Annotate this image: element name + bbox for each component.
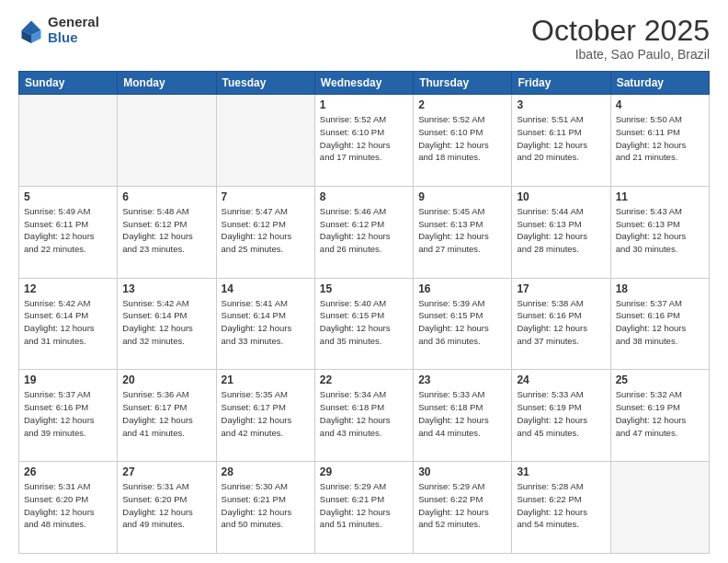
calendar-cell: 14Sunrise: 5:41 AM Sunset: 6:14 PM Dayli… [216, 278, 314, 370]
day-number: 18 [616, 282, 704, 295]
day-number: 7 [222, 190, 310, 203]
day-number: 8 [320, 190, 408, 203]
calendar-cell: 18Sunrise: 5:37 AM Sunset: 6:16 PM Dayli… [610, 278, 709, 370]
calendar-cell: 5Sunrise: 5:49 AM Sunset: 6:11 PM Daylig… [19, 186, 118, 278]
day-number: 4 [616, 98, 704, 111]
logo-general-text: General [48, 15, 99, 30]
day-number: 30 [418, 465, 506, 478]
calendar-cell: 25Sunrise: 5:32 AM Sunset: 6:19 PM Dayli… [610, 370, 709, 462]
calendar-cell: 30Sunrise: 5:29 AM Sunset: 6:22 PM Dayli… [414, 462, 512, 554]
calendar-cell: 6Sunrise: 5:48 AM Sunset: 6:12 PM Daylig… [118, 186, 216, 278]
calendar-cell: 3Sunrise: 5:51 AM Sunset: 6:11 PM Daylig… [512, 95, 610, 187]
day-number: 10 [517, 190, 605, 203]
day-info: Sunrise: 5:42 AM Sunset: 6:14 PM Dayligh… [122, 297, 210, 348]
calendar-cell: 2Sunrise: 5:52 AM Sunset: 6:10 PM Daylig… [414, 95, 512, 187]
day-number: 29 [320, 465, 408, 478]
calendar-cell: 9Sunrise: 5:45 AM Sunset: 6:13 PM Daylig… [414, 186, 512, 278]
weekday-header-row: SundayMondayTuesdayWednesdayThursdayFrid… [19, 72, 710, 95]
day-info: Sunrise: 5:52 AM Sunset: 6:10 PM Dayligh… [418, 113, 506, 164]
calendar-week-row: 5Sunrise: 5:49 AM Sunset: 6:11 PM Daylig… [19, 186, 710, 278]
day-info: Sunrise: 5:46 AM Sunset: 6:12 PM Dayligh… [320, 205, 408, 256]
weekday-header: Sunday [19, 72, 118, 95]
calendar-cell: 11Sunrise: 5:43 AM Sunset: 6:13 PM Dayli… [610, 186, 709, 278]
day-info: Sunrise: 5:29 AM Sunset: 6:22 PM Dayligh… [418, 480, 506, 531]
weekday-header: Saturday [610, 72, 709, 95]
calendar-cell: 27Sunrise: 5:31 AM Sunset: 6:20 PM Dayli… [118, 462, 216, 554]
logo: General Blue [18, 15, 99, 45]
day-info: Sunrise: 5:33 AM Sunset: 6:18 PM Dayligh… [418, 388, 506, 439]
calendar-cell: 22Sunrise: 5:34 AM Sunset: 6:18 PM Dayli… [314, 370, 413, 462]
day-number: 16 [418, 282, 506, 295]
day-number: 3 [517, 98, 605, 111]
month-title: October 2025 [531, 15, 710, 47]
day-number: 20 [122, 373, 210, 386]
calendar-cell [610, 462, 709, 554]
day-info: Sunrise: 5:36 AM Sunset: 6:17 PM Dayligh… [122, 388, 210, 439]
calendar-table: SundayMondayTuesdayWednesdayThursdayFrid… [18, 71, 710, 554]
day-number: 9 [418, 190, 506, 203]
day-info: Sunrise: 5:33 AM Sunset: 6:19 PM Dayligh… [517, 388, 605, 439]
weekday-header: Wednesday [314, 72, 413, 95]
day-info: Sunrise: 5:28 AM Sunset: 6:22 PM Dayligh… [517, 480, 605, 531]
calendar-cell [19, 95, 118, 187]
calendar-cell: 7Sunrise: 5:47 AM Sunset: 6:12 PM Daylig… [216, 186, 314, 278]
logo-blue-text: Blue [48, 30, 99, 46]
page: General Blue October 2025 Ibate, Sao Pau… [0, 0, 728, 563]
day-info: Sunrise: 5:50 AM Sunset: 6:11 PM Dayligh… [616, 113, 704, 164]
calendar-cell: 24Sunrise: 5:33 AM Sunset: 6:19 PM Dayli… [512, 370, 610, 462]
day-info: Sunrise: 5:52 AM Sunset: 6:10 PM Dayligh… [320, 113, 408, 164]
day-number: 22 [320, 373, 408, 386]
weekday-header: Monday [118, 72, 216, 95]
day-number: 21 [222, 373, 310, 386]
location: Ibate, Sao Paulo, Brazil [531, 47, 710, 62]
calendar-cell: 16Sunrise: 5:39 AM Sunset: 6:15 PM Dayli… [414, 278, 512, 370]
calendar-cell: 19Sunrise: 5:37 AM Sunset: 6:16 PM Dayli… [19, 370, 118, 462]
day-number: 15 [320, 282, 408, 295]
day-info: Sunrise: 5:30 AM Sunset: 6:21 PM Dayligh… [222, 480, 310, 531]
weekday-header: Friday [512, 72, 610, 95]
calendar-cell: 12Sunrise: 5:42 AM Sunset: 6:14 PM Dayli… [19, 278, 118, 370]
calendar-week-row: 1Sunrise: 5:52 AM Sunset: 6:10 PM Daylig… [19, 95, 710, 187]
header: General Blue October 2025 Ibate, Sao Pau… [18, 15, 710, 62]
day-info: Sunrise: 5:44 AM Sunset: 6:13 PM Dayligh… [517, 205, 605, 256]
calendar-cell: 1Sunrise: 5:52 AM Sunset: 6:10 PM Daylig… [314, 95, 413, 187]
day-number: 6 [122, 190, 210, 203]
logo-icon [18, 17, 44, 43]
calendar-cell: 4Sunrise: 5:50 AM Sunset: 6:11 PM Daylig… [610, 95, 709, 187]
calendar-cell: 26Sunrise: 5:31 AM Sunset: 6:20 PM Dayli… [19, 462, 118, 554]
day-info: Sunrise: 5:32 AM Sunset: 6:19 PM Dayligh… [616, 388, 704, 439]
day-info: Sunrise: 5:35 AM Sunset: 6:17 PM Dayligh… [222, 388, 310, 439]
day-info: Sunrise: 5:41 AM Sunset: 6:14 PM Dayligh… [222, 297, 310, 348]
day-number: 2 [418, 98, 506, 111]
weekday-header: Thursday [414, 72, 512, 95]
day-info: Sunrise: 5:47 AM Sunset: 6:12 PM Dayligh… [222, 205, 310, 256]
day-number: 1 [320, 98, 408, 111]
calendar-cell: 29Sunrise: 5:29 AM Sunset: 6:21 PM Dayli… [314, 462, 413, 554]
day-number: 14 [222, 282, 310, 295]
day-info: Sunrise: 5:39 AM Sunset: 6:15 PM Dayligh… [418, 297, 506, 348]
calendar-week-row: 19Sunrise: 5:37 AM Sunset: 6:16 PM Dayli… [19, 370, 710, 462]
calendar-week-row: 26Sunrise: 5:31 AM Sunset: 6:20 PM Dayli… [19, 462, 710, 554]
day-info: Sunrise: 5:31 AM Sunset: 6:20 PM Dayligh… [24, 480, 112, 531]
day-info: Sunrise: 5:38 AM Sunset: 6:16 PM Dayligh… [517, 297, 605, 348]
day-info: Sunrise: 5:43 AM Sunset: 6:13 PM Dayligh… [616, 205, 704, 256]
day-number: 24 [517, 373, 605, 386]
calendar-cell: 15Sunrise: 5:40 AM Sunset: 6:15 PM Dayli… [314, 278, 413, 370]
title-section: October 2025 Ibate, Sao Paulo, Brazil [531, 15, 710, 62]
calendar-week-row: 12Sunrise: 5:42 AM Sunset: 6:14 PM Dayli… [19, 278, 710, 370]
day-info: Sunrise: 5:49 AM Sunset: 6:11 PM Dayligh… [24, 205, 112, 256]
logo-text: General Blue [48, 15, 99, 45]
day-info: Sunrise: 5:29 AM Sunset: 6:21 PM Dayligh… [320, 480, 408, 531]
calendar-cell: 28Sunrise: 5:30 AM Sunset: 6:21 PM Dayli… [216, 462, 314, 554]
day-info: Sunrise: 5:51 AM Sunset: 6:11 PM Dayligh… [517, 113, 605, 164]
day-number: 26 [24, 465, 112, 478]
day-info: Sunrise: 5:37 AM Sunset: 6:16 PM Dayligh… [616, 297, 704, 348]
day-info: Sunrise: 5:48 AM Sunset: 6:12 PM Dayligh… [122, 205, 210, 256]
day-number: 5 [24, 190, 112, 203]
day-number: 17 [517, 282, 605, 295]
calendar-cell: 20Sunrise: 5:36 AM Sunset: 6:17 PM Dayli… [118, 370, 216, 462]
day-number: 25 [616, 373, 704, 386]
day-info: Sunrise: 5:34 AM Sunset: 6:18 PM Dayligh… [320, 388, 408, 439]
day-info: Sunrise: 5:31 AM Sunset: 6:20 PM Dayligh… [122, 480, 210, 531]
calendar-cell: 23Sunrise: 5:33 AM Sunset: 6:18 PM Dayli… [414, 370, 512, 462]
